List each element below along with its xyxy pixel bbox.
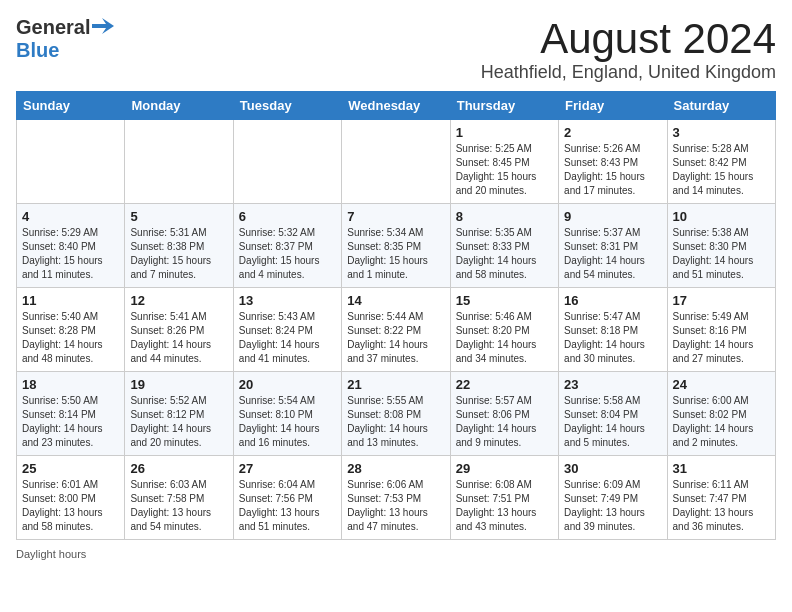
calendar-cell: 4Sunrise: 5:29 AM Sunset: 8:40 PM Daylig… [17, 204, 125, 288]
day-number: 13 [239, 293, 336, 308]
day-info: Sunrise: 5:46 AM Sunset: 8:20 PM Dayligh… [456, 310, 553, 366]
day-info: Sunrise: 5:54 AM Sunset: 8:10 PM Dayligh… [239, 394, 336, 450]
logo: General Blue [16, 16, 114, 62]
day-info: Sunrise: 5:34 AM Sunset: 8:35 PM Dayligh… [347, 226, 444, 282]
day-info: Sunrise: 6:04 AM Sunset: 7:56 PM Dayligh… [239, 478, 336, 534]
calendar-cell: 13Sunrise: 5:43 AM Sunset: 8:24 PM Dayli… [233, 288, 341, 372]
location-title: Heathfield, England, United Kingdom [481, 62, 776, 83]
day-number: 25 [22, 461, 119, 476]
day-info: Sunrise: 5:40 AM Sunset: 8:28 PM Dayligh… [22, 310, 119, 366]
day-number: 19 [130, 377, 227, 392]
calendar-cell: 6Sunrise: 5:32 AM Sunset: 8:37 PM Daylig… [233, 204, 341, 288]
day-number: 2 [564, 125, 661, 140]
day-number: 16 [564, 293, 661, 308]
day-info: Sunrise: 6:06 AM Sunset: 7:53 PM Dayligh… [347, 478, 444, 534]
calendar-cell: 27Sunrise: 6:04 AM Sunset: 7:56 PM Dayli… [233, 456, 341, 540]
calendar-cell: 30Sunrise: 6:09 AM Sunset: 7:49 PM Dayli… [559, 456, 667, 540]
calendar-cell: 19Sunrise: 5:52 AM Sunset: 8:12 PM Dayli… [125, 372, 233, 456]
calendar-cell: 11Sunrise: 5:40 AM Sunset: 8:28 PM Dayli… [17, 288, 125, 372]
col-header-friday: Friday [559, 92, 667, 120]
day-info: Sunrise: 5:52 AM Sunset: 8:12 PM Dayligh… [130, 394, 227, 450]
calendar-cell: 25Sunrise: 6:01 AM Sunset: 8:00 PM Dayli… [17, 456, 125, 540]
calendar-cell: 8Sunrise: 5:35 AM Sunset: 8:33 PM Daylig… [450, 204, 558, 288]
calendar-cell: 1Sunrise: 5:25 AM Sunset: 8:45 PM Daylig… [450, 120, 558, 204]
day-info: Sunrise: 5:31 AM Sunset: 8:38 PM Dayligh… [130, 226, 227, 282]
title-area: August 2024 Heathfield, England, United … [481, 16, 776, 83]
calendar-cell: 29Sunrise: 6:08 AM Sunset: 7:51 PM Dayli… [450, 456, 558, 540]
day-number: 7 [347, 209, 444, 224]
day-info: Sunrise: 6:01 AM Sunset: 8:00 PM Dayligh… [22, 478, 119, 534]
day-number: 14 [347, 293, 444, 308]
logo-blue-text: Blue [16, 39, 59, 61]
col-header-tuesday: Tuesday [233, 92, 341, 120]
day-info: Sunrise: 5:44 AM Sunset: 8:22 PM Dayligh… [347, 310, 444, 366]
day-info: Sunrise: 5:49 AM Sunset: 8:16 PM Dayligh… [673, 310, 770, 366]
day-info: Sunrise: 5:29 AM Sunset: 8:40 PM Dayligh… [22, 226, 119, 282]
calendar-cell: 18Sunrise: 5:50 AM Sunset: 8:14 PM Dayli… [17, 372, 125, 456]
calendar-header-row: SundayMondayTuesdayWednesdayThursdayFrid… [17, 92, 776, 120]
col-header-saturday: Saturday [667, 92, 775, 120]
day-number: 29 [456, 461, 553, 476]
calendar-cell: 5Sunrise: 5:31 AM Sunset: 8:38 PM Daylig… [125, 204, 233, 288]
month-title: August 2024 [481, 16, 776, 62]
day-number: 11 [22, 293, 119, 308]
day-number: 26 [130, 461, 227, 476]
calendar-cell: 24Sunrise: 6:00 AM Sunset: 8:02 PM Dayli… [667, 372, 775, 456]
calendar-cell: 22Sunrise: 5:57 AM Sunset: 8:06 PM Dayli… [450, 372, 558, 456]
day-info: Sunrise: 6:08 AM Sunset: 7:51 PM Dayligh… [456, 478, 553, 534]
day-number: 12 [130, 293, 227, 308]
calendar-cell: 10Sunrise: 5:38 AM Sunset: 8:30 PM Dayli… [667, 204, 775, 288]
calendar-week-row: 4Sunrise: 5:29 AM Sunset: 8:40 PM Daylig… [17, 204, 776, 288]
calendar-cell: 12Sunrise: 5:41 AM Sunset: 8:26 PM Dayli… [125, 288, 233, 372]
calendar-week-row: 18Sunrise: 5:50 AM Sunset: 8:14 PM Dayli… [17, 372, 776, 456]
calendar-cell: 26Sunrise: 6:03 AM Sunset: 7:58 PM Dayli… [125, 456, 233, 540]
day-number: 10 [673, 209, 770, 224]
calendar-table: SundayMondayTuesdayWednesdayThursdayFrid… [16, 91, 776, 540]
day-info: Sunrise: 5:58 AM Sunset: 8:04 PM Dayligh… [564, 394, 661, 450]
day-info: Sunrise: 6:00 AM Sunset: 8:02 PM Dayligh… [673, 394, 770, 450]
day-number: 30 [564, 461, 661, 476]
day-info: Sunrise: 5:43 AM Sunset: 8:24 PM Dayligh… [239, 310, 336, 366]
calendar-cell: 16Sunrise: 5:47 AM Sunset: 8:18 PM Dayli… [559, 288, 667, 372]
calendar-cell: 15Sunrise: 5:46 AM Sunset: 8:20 PM Dayli… [450, 288, 558, 372]
col-header-thursday: Thursday [450, 92, 558, 120]
calendar-cell: 17Sunrise: 5:49 AM Sunset: 8:16 PM Dayli… [667, 288, 775, 372]
calendar-week-row: 1Sunrise: 5:25 AM Sunset: 8:45 PM Daylig… [17, 120, 776, 204]
calendar-cell [17, 120, 125, 204]
col-header-wednesday: Wednesday [342, 92, 450, 120]
svg-marker-0 [92, 18, 114, 34]
logo-general-text: General [16, 16, 90, 39]
day-number: 8 [456, 209, 553, 224]
day-number: 18 [22, 377, 119, 392]
day-info: Sunrise: 5:35 AM Sunset: 8:33 PM Dayligh… [456, 226, 553, 282]
day-number: 27 [239, 461, 336, 476]
day-info: Sunrise: 5:32 AM Sunset: 8:37 PM Dayligh… [239, 226, 336, 282]
day-number: 22 [456, 377, 553, 392]
calendar-cell: 2Sunrise: 5:26 AM Sunset: 8:43 PM Daylig… [559, 120, 667, 204]
calendar-cell [233, 120, 341, 204]
day-info: Sunrise: 5:28 AM Sunset: 8:42 PM Dayligh… [673, 142, 770, 198]
day-number: 21 [347, 377, 444, 392]
day-info: Sunrise: 6:03 AM Sunset: 7:58 PM Dayligh… [130, 478, 227, 534]
daylight-label: Daylight hours [16, 548, 86, 560]
day-info: Sunrise: 5:57 AM Sunset: 8:06 PM Dayligh… [456, 394, 553, 450]
day-number: 23 [564, 377, 661, 392]
calendar-cell: 20Sunrise: 5:54 AM Sunset: 8:10 PM Dayli… [233, 372, 341, 456]
day-info: Sunrise: 5:25 AM Sunset: 8:45 PM Dayligh… [456, 142, 553, 198]
day-number: 4 [22, 209, 119, 224]
day-number: 6 [239, 209, 336, 224]
day-number: 5 [130, 209, 227, 224]
day-info: Sunrise: 5:38 AM Sunset: 8:30 PM Dayligh… [673, 226, 770, 282]
day-number: 28 [347, 461, 444, 476]
day-info: Sunrise: 5:50 AM Sunset: 8:14 PM Dayligh… [22, 394, 119, 450]
day-info: Sunrise: 5:37 AM Sunset: 8:31 PM Dayligh… [564, 226, 661, 282]
footer: Daylight hours [16, 548, 776, 560]
calendar-cell [125, 120, 233, 204]
calendar-cell: 21Sunrise: 5:55 AM Sunset: 8:08 PM Dayli… [342, 372, 450, 456]
day-number: 15 [456, 293, 553, 308]
calendar-cell: 23Sunrise: 5:58 AM Sunset: 8:04 PM Dayli… [559, 372, 667, 456]
calendar-cell: 3Sunrise: 5:28 AM Sunset: 8:42 PM Daylig… [667, 120, 775, 204]
calendar-week-row: 25Sunrise: 6:01 AM Sunset: 8:00 PM Dayli… [17, 456, 776, 540]
col-header-monday: Monday [125, 92, 233, 120]
calendar-cell: 9Sunrise: 5:37 AM Sunset: 8:31 PM Daylig… [559, 204, 667, 288]
